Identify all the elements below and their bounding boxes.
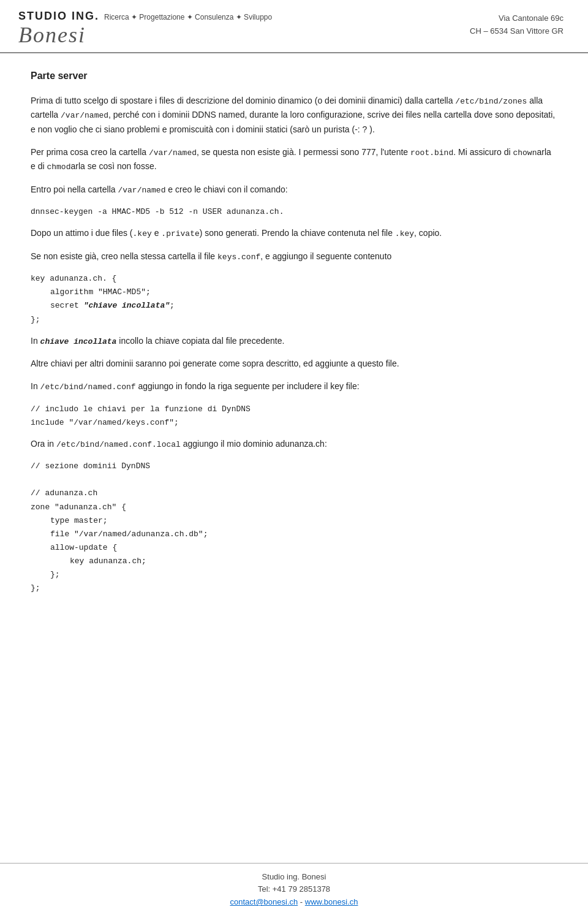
p2-code2: root.bind <box>410 148 453 158</box>
keys-conf-line3-end: ; <box>170 301 175 310</box>
page-wrapper: STUDIO ING. Ricerca ✦ Progettazione ✦ Co… <box>0 0 588 915</box>
p9-text-start: Ora in <box>31 439 56 449</box>
command1-text: dnnsec-keygen -a HMAC-MD5 -b 512 -n USER… <box>31 207 284 216</box>
p1-code2: /var/named <box>61 111 108 120</box>
p2-chown: chown <box>513 148 537 158</box>
main-content: Parte server Prima di tutto scelgo di sp… <box>0 53 588 863</box>
paragraph-6: In chiave incollata incollo la chiave co… <box>31 334 557 348</box>
p4-code1: .key <box>133 229 152 238</box>
p4-text-mid: e <box>152 228 162 238</box>
keys-conf-line2: algorithm "HMAC-MD5"; <box>31 286 557 299</box>
ncl-line8: key adunanza.ch; <box>31 555 557 568</box>
ncl-line3: // adunanza.ch <box>31 488 97 498</box>
p2-text-start: Per prima cosa creo la cartella <box>31 147 149 157</box>
p5-text-end: , e aggiungo il seguente contenuto <box>260 251 391 261</box>
footer-links: contact@bonesi.ch - www.bonesi.ch <box>0 896 588 909</box>
paragraph-1: Prima di tutto scelgo di spostare i file… <box>31 94 557 137</box>
section-title: Parte server <box>31 70 557 82</box>
p4-code3: .key <box>395 229 414 238</box>
p4-text-end2: , copio. <box>414 228 442 238</box>
p4-text-start: Dopo un attimo i due files ( <box>31 228 133 238</box>
p5-code: keys.conf <box>217 252 260 262</box>
ncl-line10: }; <box>31 583 40 593</box>
header: STUDIO ING. Ricerca ✦ Progettazione ✦ Co… <box>0 0 588 53</box>
paragraph-4: Dopo un attimo i due files (.key e .priv… <box>31 226 557 240</box>
nav-label: Ricerca ✦ Progettazione ✦ Consulenza ✦ S… <box>104 13 272 21</box>
address-line2: CH – 6534 San Vittore GR <box>470 25 564 38</box>
keys-conf-line3-bold: "chiave incollata" <box>84 301 170 310</box>
ncl-line6: file "/var/named/adunanza.ch.db"; <box>31 528 557 541</box>
p9-text-end: aggiungo il mio dominio adunanza.ch: <box>181 439 327 449</box>
paragraph-2: Per prima cosa creo la cartella /var/nam… <box>31 145 557 174</box>
logo-section: STUDIO ING. Ricerca ✦ Progettazione ✦ Co… <box>18 10 272 46</box>
footer-line2: Tel: +41 79 2851378 <box>0 883 588 896</box>
logo-top: STUDIO ING. Ricerca ✦ Progettazione ✦ Co… <box>18 10 272 23</box>
p2-text-end: . Mi assicuro di <box>453 147 513 157</box>
named-conf-block: // includo le chiavi per la funzione di … <box>31 403 557 430</box>
command-block-1: dnnsec-keygen -a HMAC-MD5 -b 512 -n USER… <box>31 205 557 219</box>
ncl-line9: }; <box>31 568 557 582</box>
p9-code: /etc/bind/named.conf.local <box>56 440 181 449</box>
p2-chmod: chmod <box>47 162 70 172</box>
p3-text-start: Entro poi nella cartella <box>31 184 118 194</box>
keys-conf-line3: secret "chiave incollata"; <box>31 299 557 313</box>
ncl-line5: type master; <box>31 514 557 528</box>
header-address: Via Cantonale 69c CH – 6534 San Vittore … <box>470 10 564 38</box>
studio-ing-label: STUDIO ING. <box>18 10 99 23</box>
p5-text-start: Se non esiste già, creo nella stessa car… <box>31 251 217 261</box>
p4-text-end: ) sono generati. Prendo la chiave conten… <box>200 228 395 238</box>
named-conf-line1: // includo le chiavi per la funzione di … <box>31 404 251 414</box>
address-line1: Via Cantonale 69c <box>470 12 564 25</box>
paragraph-3: Entro poi nella cartella /var/named e cr… <box>31 183 557 197</box>
ncl-line7: allow-update { <box>31 541 557 555</box>
ncl-line1: // sezione dominii DynDNS <box>31 461 150 471</box>
named-conf-line2: include "/var/named/keys.conf"; <box>31 418 179 427</box>
paragraph-5: Se non esiste già, creo nella stessa car… <box>31 249 557 264</box>
keys-conf-line1: key adunanza.ch. { <box>31 274 116 283</box>
paragraph-8: In /etc/bind/named.conf aggiungo in fond… <box>31 379 557 393</box>
p8-code: /etc/bind/named.conf <box>40 382 136 392</box>
p2-text-mid: , se questa non esiste già. I permessi s… <box>197 147 410 157</box>
p6-text-start: In <box>31 336 40 346</box>
p1-code1: /etc/bind/zones <box>455 97 527 106</box>
p2-code1: /var/named <box>149 148 197 158</box>
p6-text-end: incollo la chiave copiata dal file prece… <box>116 336 284 346</box>
p1-text-start: Prima di tutto scelgo di spostare i file… <box>31 96 455 105</box>
p1-text-end: , perché con i dominii DDNS named, duran… <box>31 110 555 134</box>
keys-conf-block: key adunanza.ch. { algorithm "HMAC-MD5";… <box>31 272 557 326</box>
paragraph-7: Altre chiavi per altri dominii saranno p… <box>31 357 557 371</box>
footer-line1: Studio ing. Bonesi <box>0 871 588 884</box>
footer-website[interactable]: www.bonesi.ch <box>305 897 358 906</box>
p8-text-start: In <box>31 381 40 391</box>
footer: Studio ing. Bonesi Tel: +41 79 2851378 c… <box>0 863 588 915</box>
footer-email[interactable]: contact@bonesi.ch <box>230 897 298 906</box>
p8-text-end: aggiungo in fondo la riga seguente per i… <box>136 381 360 391</box>
p3-code: /var/named <box>118 186 165 195</box>
bonesi-script-logo: Bonesi <box>18 24 272 46</box>
footer-separator: - <box>300 897 305 906</box>
paragraph-9: Ora in /etc/bind/named.conf.local aggiun… <box>31 437 557 451</box>
named-conf-local-block: // sezione dominii DynDNS // adunanza.ch… <box>31 460 557 595</box>
keys-conf-line3-start: secret <box>50 301 84 310</box>
keys-conf-line4: }; <box>31 315 40 324</box>
ncl-line4: zone "adunanza.ch" { <box>31 503 126 512</box>
p3-text-end: e creo le chiavi con il comando: <box>165 184 287 194</box>
p6-bold-italic: chiave incollata <box>40 337 117 346</box>
p2-arla2: arla se così non fosse. <box>70 161 156 171</box>
p4-code2: .private <box>161 229 199 238</box>
